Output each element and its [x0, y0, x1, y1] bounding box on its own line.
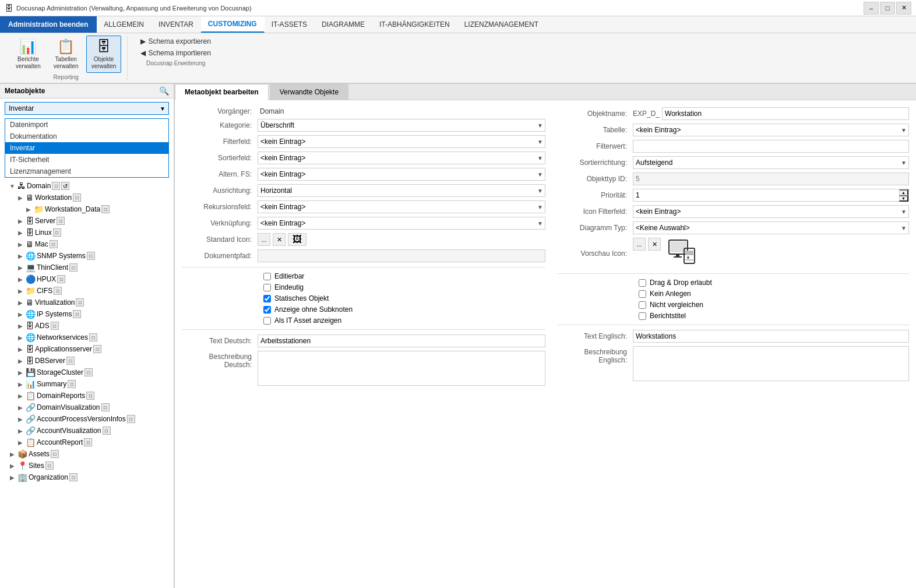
prioritaet-up-button[interactable]: ▲ — [899, 189, 908, 195]
tree-item-accprocess[interactable]: ▶ 🔗 AccountProcessVersionInfos □ — [0, 413, 174, 425]
tree-badge-mac[interactable]: □ — [50, 240, 58, 248]
sortierrichtung-select[interactable]: Aufsteigend Absteigend — [633, 156, 909, 169]
tree-badge-dbs[interactable]: □ — [66, 357, 75, 365]
tree-toggle-cifs[interactable]: ▶ — [16, 288, 24, 294]
tree-badge-snmp[interactable]: □ — [87, 252, 95, 260]
tree-toggle-ip[interactable]: ▶ — [16, 311, 24, 318]
menu-customizing[interactable]: CUSTOMIZING — [201, 16, 265, 33]
tree-item-mac[interactable]: ▶ 🖥 Mac □ — [0, 238, 174, 250]
tree-badge-assets[interactable]: □ — [51, 450, 59, 458]
tab-metaobjekt-bearbeiten[interactable]: Metaobjekt bearbeiten — [175, 84, 269, 100]
tree-toggle-hpux[interactable]: ▶ — [16, 276, 24, 283]
tree-item-ip-systems[interactable]: ▶ 🌐 IP Systems □ — [0, 308, 174, 320]
minimize-button[interactable]: – — [864, 2, 879, 15]
tree-badge-linux[interactable]: □ — [53, 228, 61, 237]
diagramm-typ-select[interactable]: <Keine Auswahl> — [633, 221, 909, 234]
tree-badge-domain2[interactable]: ↺ — [61, 182, 69, 190]
tree-item-hpux[interactable]: ▶ 🔵 HPUX □ — [0, 273, 174, 285]
tree-badge-ads[interactable]: □ — [51, 322, 59, 330]
tree-toggle-ads[interactable]: ▶ — [16, 323, 24, 329]
objekte-button[interactable]: 🗄 Objekteverwalten — [86, 36, 122, 73]
tree-item-thinclient[interactable]: ▶ 💻 ThinClient □ — [0, 262, 174, 273]
tree-item-networkservices[interactable]: ▶ 🌐 Networkservices □ — [0, 332, 174, 343]
dropdown-item-it-sicherheit[interactable]: IT-Sicherheit — [5, 154, 168, 166]
tree-badge-hpux[interactable]: □ — [57, 275, 65, 283]
tree-badge-ip[interactable]: □ — [73, 310, 81, 318]
tree-item-summary[interactable]: ▶ 📊 Summary □ — [0, 378, 174, 390]
standard-icon-browse-button[interactable]: ... — [258, 233, 270, 246]
filterwert-input[interactable] — [633, 140, 909, 153]
rekursionsfeld-select[interactable]: <kein Eintrag> — [258, 200, 545, 213]
tree-badge-ap[interactable]: □ — [127, 415, 135, 423]
tree-badge-domain[interactable]: □ — [52, 182, 60, 190]
checkbox-nicht-vergleichen[interactable] — [639, 301, 646, 309]
menu-lizenzmanagement[interactable]: LIZENZMANAGEMENT — [457, 16, 546, 33]
tree-item-cifs[interactable]: ▶ 📁 CIFS □ — [0, 285, 174, 297]
filterfeld-select[interactable]: <kein Eintrag> — [258, 135, 545, 148]
tabellen-button[interactable]: 📋 Tabellenverwalten — [48, 36, 84, 73]
tree-toggle-domain[interactable]: ▼ — [8, 183, 16, 189]
vorschau-icon-browse-button[interactable]: ... — [633, 238, 646, 251]
checkbox-kein-anlegen[interactable] — [639, 290, 646, 298]
checkbox-editierbar[interactable] — [263, 273, 271, 280]
menu-admin-end[interactable]: Administration beenden — [0, 16, 97, 33]
tree-toggle-nws[interactable]: ▶ — [16, 335, 24, 341]
tree-badge-av[interactable]: □ — [103, 427, 111, 435]
prioritaet-input[interactable] — [633, 189, 899, 201]
checkbox-eindeutig[interactable] — [263, 284, 271, 291]
tree-item-ads[interactable]: ▶ 🗄 ADS □ — [0, 320, 174, 332]
dropdown-item-lizenzmanagement[interactable]: Lizenzmanagement — [5, 166, 168, 177]
tree-toggle-virtualization[interactable]: ▶ — [16, 300, 24, 306]
tree-badge-virtualization[interactable]: □ — [76, 298, 84, 307]
sortierfeld-select[interactable]: <kein Eintrag> — [258, 152, 545, 164]
objekttyp-id-input[interactable] — [633, 172, 909, 185]
tree-badge-workstation[interactable]: □ — [73, 193, 81, 202]
menu-diagramme[interactable]: DIAGRAMME — [315, 16, 372, 33]
tree-badge-wd[interactable]: □ — [101, 205, 110, 213]
tree-toggle-sites[interactable]: ▶ — [8, 463, 16, 469]
tree-toggle-ar[interactable]: ▶ — [16, 439, 24, 446]
dokumentpfad-input[interactable] — [258, 249, 545, 262]
schema-exportieren-button[interactable]: ▶ Schema exportieren — [136, 36, 215, 47]
tree-badge-nws[interactable]: □ — [89, 333, 97, 341]
tree-toggle-dbs[interactable]: ▶ — [16, 358, 24, 364]
standard-icon-clear-button[interactable]: ✕ — [273, 233, 286, 246]
close-button[interactable]: ✕ — [896, 2, 911, 15]
search-icon[interactable]: 🔍 — [159, 86, 169, 96]
menu-it-abhaengigkeiten[interactable]: IT-ABHÄNGIGKEITEN — [372, 16, 457, 33]
tree-badge-cifs[interactable]: □ — [54, 287, 62, 295]
tree-badge-org[interactable]: □ — [69, 473, 77, 481]
tree-toggle-appserver[interactable]: ▶ — [16, 346, 24, 353]
maximize-button[interactable]: □ — [880, 2, 895, 15]
tree-item-domainreports[interactable]: ▶ 📋 DomainReports □ — [0, 390, 174, 402]
tree-toggle-assets[interactable]: ▶ — [8, 451, 16, 457]
beschreibung-deutsch-textarea[interactable] — [258, 351, 545, 386]
menu-it-assets[interactable]: IT-ASSETS — [265, 16, 315, 33]
tree-item-snmp[interactable]: ▶ 🌐 SNMP Systems □ — [0, 250, 174, 262]
metaobjekte-dropdown[interactable]: Inventar Datenimport Dokumentation IT-Si… — [5, 102, 169, 115]
tree-item-server[interactable]: ▶ 🗄 Server □ — [0, 215, 174, 227]
menu-inventar[interactable]: INVENTAR — [152, 16, 201, 33]
tree-toggle-snmp[interactable]: ▶ — [16, 253, 24, 259]
tree-toggle-dv[interactable]: ▶ — [16, 404, 24, 411]
tree-badge-server[interactable]: □ — [57, 217, 65, 225]
tree-toggle-mac[interactable]: ▶ — [16, 241, 24, 248]
tree-item-appserver[interactable]: ▶ 🗄 Applicationsserver □ — [0, 343, 174, 355]
standard-icon-view-button[interactable]: 🖼 — [288, 233, 306, 246]
text-englisch-input[interactable] — [633, 330, 909, 343]
tree-badge-summary[interactable]: □ — [68, 380, 76, 388]
tree-badge-appserver[interactable]: □ — [93, 345, 101, 353]
tree-toggle-sc[interactable]: ▶ — [16, 369, 24, 376]
checkbox-anzeige-ohne-subknoten[interactable] — [263, 306, 271, 314]
checkbox-berichtstitel[interactable] — [639, 312, 646, 320]
ausrichtung-select[interactable]: Horizontal Vertikal — [258, 184, 545, 197]
tree-badge-dv[interactable]: □ — [101, 403, 110, 411]
tree-item-dbserver[interactable]: ▶ 🗄 DBServer □ — [0, 355, 174, 367]
verknuepfung-select[interactable]: <kein Eintrag> — [258, 217, 545, 230]
berichte-button[interactable]: 📊 Berichteverwalten — [10, 36, 46, 73]
tree-toggle-summary[interactable]: ▶ — [16, 381, 24, 388]
icon-filterfeld-select[interactable]: <kein Eintrag> — [633, 205, 909, 218]
checkbox-statisches-objekt[interactable] — [263, 295, 271, 302]
tree-badge-ar[interactable]: □ — [84, 438, 92, 446]
tree-toggle-workstation[interactable]: ▶ — [16, 195, 24, 201]
